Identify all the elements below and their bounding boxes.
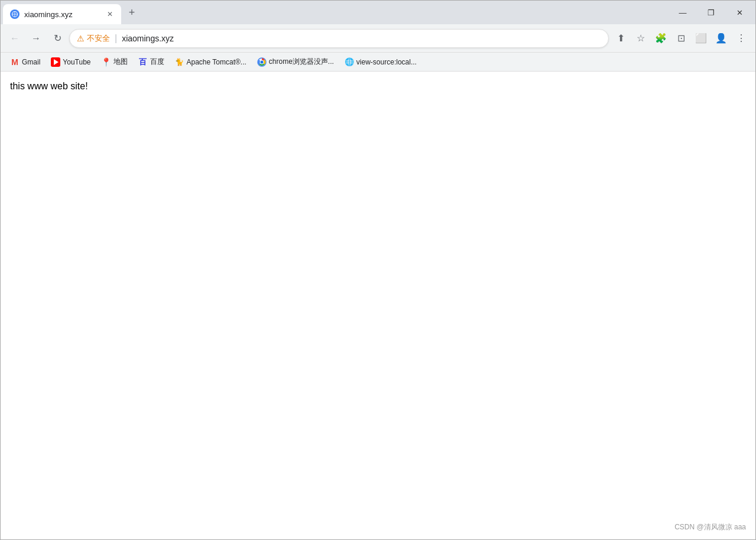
tab-favicon <box>10 9 20 19</box>
toolbar: ← → ↻ ⚠ 不安全 | xiaomings.xyz ⬆ ☆ 🧩 ⊡ ⬜ 👤 … <box>1 24 755 53</box>
tab-close-button[interactable]: ✕ <box>105 9 115 20</box>
bookmark-baidu[interactable]: 百 百度 <box>134 54 169 69</box>
view-source-favicon: 🌐 <box>345 57 354 67</box>
extension-button[interactable]: 🧩 <box>651 29 670 48</box>
reload-button[interactable]: ↻ <box>48 29 67 48</box>
active-tab[interactable]: xiaomings.xyz ✕ <box>3 4 121 24</box>
browser-window: xiaomings.xyz ✕ + — ❐ ✕ ← → ↻ ⚠ 不安全 | xi… <box>0 0 756 540</box>
forward-button[interactable]: → <box>27 29 46 48</box>
bookmark-chrome-audio[interactable]: chrome浏览器没声... <box>252 54 339 69</box>
bookmark-tomcat-label: Apache Tomcat®... <box>187 58 246 66</box>
title-bar: xiaomings.xyz ✕ + — ❐ ✕ <box>1 1 755 24</box>
bookmark-youtube[interactable]: YouTube <box>46 55 95 69</box>
bookmark-view-source-label: view-source:local... <box>356 58 417 66</box>
gmail-favicon: M <box>10 57 20 67</box>
page-body-text: this www web site! <box>10 81 88 91</box>
window-controls: — ❐ ✕ <box>669 1 755 24</box>
toolbar-actions: ⬆ ☆ 🧩 ⊡ ⬜ 👤 ⋮ <box>611 29 751 48</box>
chrome-audio-favicon <box>257 57 267 67</box>
minimize-button[interactable]: — <box>669 3 696 22</box>
youtube-play-icon <box>54 59 59 65</box>
maximize-button[interactable]: ❐ <box>697 3 725 22</box>
tab-search-button[interactable]: ⊡ <box>671 29 690 48</box>
bookmark-view-source[interactable]: 🌐 view-source:local... <box>340 55 421 69</box>
bookmark-baidu-label: 百度 <box>150 57 164 67</box>
tomcat-favicon: 🐈 <box>175 57 184 67</box>
bookmark-maps[interactable]: 📍 地图 <box>97 54 132 69</box>
bookmarks-bar: M Gmail YouTube 📍 地图 百 百度 <box>1 53 755 72</box>
svg-point-4 <box>260 60 263 63</box>
bookmark-gmail-label: Gmail <box>22 58 40 66</box>
youtube-favicon <box>51 57 60 67</box>
bookmark-gmail[interactable]: M Gmail <box>5 55 45 69</box>
bookmark-maps-label: 地图 <box>113 57 128 67</box>
baidu-favicon: 百 <box>138 57 148 67</box>
tab-title: xiaomings.xyz <box>24 10 100 19</box>
page-content: this www web site! CSDN @清风微凉 aaa <box>1 72 755 539</box>
watermark: CSDN @清风微凉 aaa <box>674 522 746 532</box>
url-text: xiaomings.xyz <box>122 34 601 43</box>
new-tab-button[interactable]: + <box>124 4 140 21</box>
bookmark-youtube-label: YouTube <box>63 58 90 66</box>
profile-button[interactable]: 👤 <box>712 29 731 48</box>
youtube-icon <box>51 57 60 67</box>
address-divider: | <box>115 33 117 44</box>
menu-button[interactable]: ⋮ <box>732 29 751 48</box>
close-button[interactable]: ✕ <box>726 3 753 22</box>
warning-triangle-icon: ⚠ <box>77 34 85 43</box>
security-warning: ⚠ 不安全 <box>77 33 110 44</box>
split-button[interactable]: ⬜ <box>692 29 710 48</box>
bookmark-chrome-audio-label: chrome浏览器没声... <box>269 57 334 67</box>
security-text: 不安全 <box>87 33 110 44</box>
bookmark-tomcat[interactable]: 🐈 Apache Tomcat®... <box>170 55 251 69</box>
bookmark-button[interactable]: ☆ <box>631 29 650 48</box>
maps-favicon: 📍 <box>102 57 111 67</box>
back-button[interactable]: ← <box>5 29 24 48</box>
address-bar[interactable]: ⚠ 不安全 | xiaomings.xyz <box>69 29 609 48</box>
share-button[interactable]: ⬆ <box>611 29 630 48</box>
